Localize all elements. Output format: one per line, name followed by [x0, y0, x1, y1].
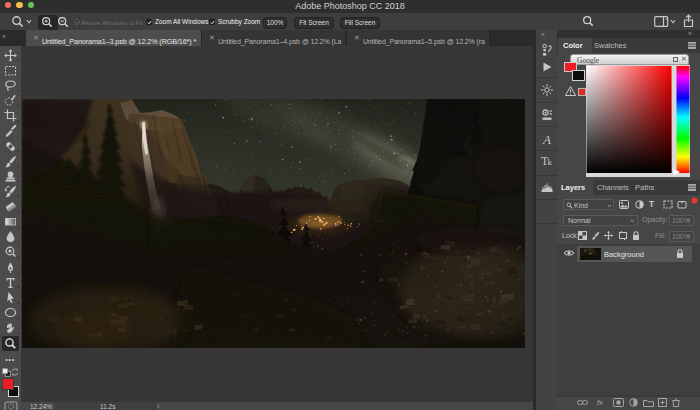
svg-text:k: k: [547, 157, 552, 167]
svg-text:A: A: [542, 132, 551, 146]
